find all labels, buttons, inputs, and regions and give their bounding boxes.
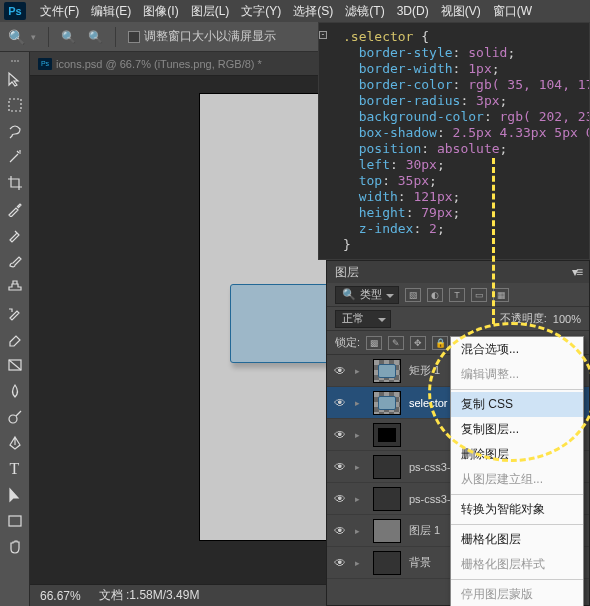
- menu-layer[interactable]: 图层(L): [185, 3, 236, 20]
- layer-thumbnail[interactable]: [373, 391, 401, 415]
- move-tool[interactable]: [4, 68, 26, 90]
- pen-tool[interactable]: [4, 432, 26, 454]
- cm-separator: [451, 579, 583, 580]
- visibility-eye-icon[interactable]: 👁: [333, 396, 347, 410]
- code-line: height: 79px;: [329, 205, 581, 221]
- opacity-value[interactable]: 100%: [553, 313, 581, 325]
- visibility-eye-icon[interactable]: 👁: [333, 492, 347, 506]
- zoom-in-icon[interactable]: 🔍: [61, 30, 76, 44]
- resize-window-checkbox[interactable]: 调整窗口大小以满屏显示: [128, 28, 276, 45]
- magnifier-icon[interactable]: 🔍: [8, 29, 25, 45]
- document-tab-label: icons.psd @ 66.7% (iTunes.png, RGB/8) *: [56, 58, 262, 70]
- panel-menu-icon[interactable]: ▾≡: [572, 265, 581, 279]
- cm-convert-smart-object[interactable]: 转换为智能对象: [451, 497, 583, 522]
- layer-thumbnail[interactable]: [373, 359, 401, 383]
- menu-image[interactable]: 图像(I): [137, 3, 184, 20]
- visibility-eye-icon[interactable]: 👁: [333, 460, 347, 474]
- menu-select[interactable]: 选择(S): [287, 3, 339, 20]
- layers-tab[interactable]: 图层: [335, 264, 359, 281]
- magic-wand-tool[interactable]: [4, 146, 26, 168]
- menu-type[interactable]: 文字(Y): [235, 3, 287, 20]
- menu-window[interactable]: 窗口(W: [487, 3, 538, 20]
- expand-chevron-icon[interactable]: ▸: [355, 430, 365, 440]
- clone-stamp-tool[interactable]: [4, 276, 26, 298]
- layer-thumbnail[interactable]: [373, 519, 401, 543]
- checkbox-icon[interactable]: [128, 31, 140, 43]
- cm-duplicate-layer[interactable]: 复制图层...: [451, 417, 583, 442]
- document-size[interactable]: 文档 :1.58M/3.49M: [99, 587, 200, 604]
- menu-view[interactable]: 视图(V): [435, 3, 487, 20]
- layer-thumbnail[interactable]: [373, 423, 401, 447]
- filter-pixel-icon[interactable]: ▧: [405, 288, 421, 302]
- code-line: top: 35px;: [329, 173, 581, 189]
- cm-delete-layer[interactable]: 删除图层: [451, 442, 583, 467]
- lock-transparent-icon[interactable]: ▩: [366, 336, 382, 350]
- healing-brush-tool[interactable]: [4, 224, 26, 246]
- cm-rasterize-layer[interactable]: 栅格化图层: [451, 527, 583, 552]
- rectangle-tool[interactable]: [4, 510, 26, 532]
- blend-mode-dropdown[interactable]: 正常: [335, 310, 391, 328]
- path-select-tool[interactable]: [4, 484, 26, 506]
- code-line: border-radius: 3px;: [329, 93, 581, 109]
- filter-kind-dropdown[interactable]: 🔍类型: [335, 286, 399, 304]
- visibility-eye-icon[interactable]: 👁: [333, 524, 347, 538]
- cm-separator: [451, 524, 583, 525]
- svg-rect-0: [9, 99, 21, 111]
- visibility-eye-icon[interactable]: 👁: [333, 364, 347, 378]
- menu-edit[interactable]: 编辑(E): [85, 3, 137, 20]
- expand-chevron-icon[interactable]: ▸: [355, 462, 365, 472]
- expand-chevron-icon[interactable]: ▸: [355, 494, 365, 504]
- toolbox-handle[interactable]: [11, 60, 19, 62]
- blend-mode-value: 正常: [342, 311, 364, 326]
- gradient-tool[interactable]: [4, 354, 26, 376]
- menu-bar: Ps 文件(F) 编辑(E) 图像(I) 图层(L) 文字(Y) 选择(S) 滤…: [0, 0, 590, 22]
- eyedropper-tool[interactable]: [4, 198, 26, 220]
- lasso-tool[interactable]: [4, 120, 26, 142]
- lock-position-icon[interactable]: ✥: [410, 336, 426, 350]
- layer-context-menu: 混合选项... 编辑调整... 复制 CSS 复制图层... 删除图层 从图层建…: [450, 336, 584, 606]
- dodge-tool[interactable]: [4, 406, 26, 428]
- lock-all-icon[interactable]: 🔒: [432, 336, 448, 350]
- css-code-panel[interactable]: - .selector { border-style: solid; borde…: [318, 22, 590, 260]
- type-tool[interactable]: T: [4, 458, 26, 480]
- divider: [115, 27, 116, 47]
- visibility-eye-icon[interactable]: 👁: [333, 556, 347, 570]
- code-line: width: 121px;: [329, 189, 581, 205]
- blend-row: 正常 不透明度: 100%: [327, 307, 589, 331]
- expand-chevron-icon[interactable]: ▸: [355, 398, 365, 408]
- brush-tool[interactable]: [4, 250, 26, 272]
- lock-pixel-icon[interactable]: ✎: [388, 336, 404, 350]
- expand-chevron-icon[interactable]: ▸: [355, 366, 365, 376]
- menu-3d[interactable]: 3D(D): [391, 4, 435, 18]
- layer-thumbnail[interactable]: [373, 487, 401, 511]
- blur-tool[interactable]: [4, 380, 26, 402]
- menu-file[interactable]: 文件(F): [34, 3, 85, 20]
- layer-filter-bar: 🔍类型 ▧ ◐ T ▭ ▦: [327, 283, 589, 307]
- expand-chevron-icon[interactable]: ▸: [355, 558, 365, 568]
- zoom-level[interactable]: 66.67%: [40, 589, 81, 603]
- visibility-eye-icon[interactable]: 👁: [333, 428, 347, 442]
- toolbox: T: [0, 52, 30, 606]
- filter-smart-icon[interactable]: ▦: [493, 288, 509, 302]
- cm-rasterize-style: 栅格化图层样式: [451, 552, 583, 577]
- menu-filter[interactable]: 滤镜(T): [339, 3, 390, 20]
- code-selector: .selector: [343, 29, 413, 44]
- eraser-tool[interactable]: [4, 328, 26, 350]
- brace-close: }: [343, 237, 351, 252]
- layer-thumbnail[interactable]: [373, 455, 401, 479]
- layer-thumbnail[interactable]: [373, 551, 401, 575]
- cm-copy-css[interactable]: 复制 CSS: [451, 392, 583, 417]
- zoom-out-icon[interactable]: 🔍: [88, 30, 103, 44]
- cm-blend-options[interactable]: 混合选项...: [451, 337, 583, 362]
- filter-adjust-icon[interactable]: ◐: [427, 288, 443, 302]
- marquee-tool[interactable]: [4, 94, 26, 116]
- tool-preset-dropdown-icon[interactable]: ▾: [31, 32, 36, 42]
- history-brush-tool[interactable]: [4, 302, 26, 324]
- crop-tool[interactable]: [4, 172, 26, 194]
- expand-chevron-icon[interactable]: ▸: [355, 526, 365, 536]
- hand-tool[interactable]: [4, 536, 26, 558]
- brace-open: {: [421, 29, 429, 44]
- fold-icon[interactable]: -: [319, 31, 327, 39]
- filter-shape-icon[interactable]: ▭: [471, 288, 487, 302]
- filter-type-icon[interactable]: T: [449, 288, 465, 302]
